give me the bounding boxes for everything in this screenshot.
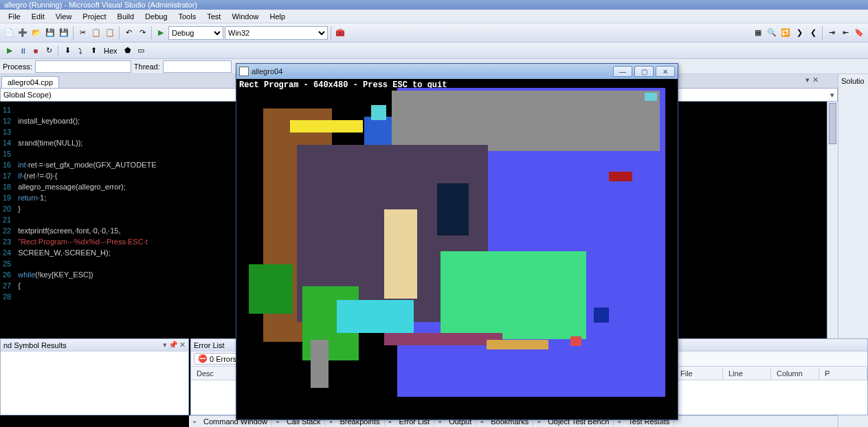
- step-out-icon[interactable]: ⬆: [88, 45, 99, 56]
- bookmark-icon[interactable]: 🔖: [853, 27, 865, 39]
- canvas-rect: [441, 251, 586, 339]
- menu-file[interactable]: File: [3, 11, 26, 22]
- canvas-rect: [645, 93, 657, 101]
- tab-close-icon[interactable]: ✕: [812, 76, 819, 84]
- debug-toolbar: ▶ ⏸ ■ ↻ ⬇ ⤵ ⬆ Hex ⬟ ▭: [0, 43, 868, 59]
- app-canvas: Rect Program - 640x480 - Press ESC to qu…: [236, 79, 678, 419]
- start-debug-icon[interactable]: ▶: [155, 27, 167, 39]
- uncomment-icon[interactable]: ❮: [807, 27, 819, 39]
- window-titlebar: allegro (Running) - Microsoft Visual Stu…: [0, 0, 868, 10]
- col-file[interactable]: File: [675, 368, 723, 379]
- stop-icon[interactable]: ■: [30, 45, 41, 56]
- menu-debug[interactable]: Debug: [140, 11, 173, 22]
- close-button[interactable]: ✕: [656, 66, 675, 77]
- redo-icon[interactable]: ↷: [136, 27, 148, 39]
- menu-tools[interactable]: Tools: [173, 11, 202, 22]
- panel-title: nd Symbol Results: [3, 341, 67, 349]
- menu-bar: FileEditViewProjectBuildDebugToolsTestWi…: [0, 10, 868, 23]
- main-toolbar: 📄 ➕ 📂 💾 💾 ✂ 📋 📋 ↶ ↷ ▶ Debug Win32 🧰 ▦ 🔍 …: [0, 23, 868, 43]
- save-icon[interactable]: 💾: [44, 27, 56, 39]
- app-window-titlebar[interactable]: allegro04 — ▢ ✕: [236, 64, 678, 79]
- restart-icon[interactable]: ↻: [43, 45, 54, 56]
- errors-chip[interactable]: ⛔0 Errors: [194, 353, 241, 365]
- process-label: Process:: [3, 62, 32, 71]
- window-title: allegro (Running) - Microsoft Visual Stu…: [4, 1, 197, 9]
- col-line[interactable]: Line: [723, 368, 771, 379]
- continue-icon[interactable]: ▶: [4, 45, 15, 56]
- canvas-rect: [249, 264, 293, 314]
- step-over-icon[interactable]: ⤵: [75, 45, 86, 56]
- app-icon: [239, 67, 249, 76]
- canvas-rect: [384, 333, 502, 345]
- canvas-rect: [437, 183, 469, 235]
- thread-label: Thread:: [134, 62, 160, 71]
- tab-controls: ▾ ✕: [805, 76, 819, 84]
- replace-icon[interactable]: 🔁: [779, 27, 792, 39]
- scope-text: Global Scope): [3, 91, 52, 99]
- canvas-rect: [337, 300, 414, 333]
- menu-build[interactable]: Build: [112, 11, 140, 22]
- menu-edit[interactable]: Edit: [26, 11, 50, 22]
- canvas-rect: [487, 340, 548, 349]
- maximize-button[interactable]: ▢: [634, 66, 654, 77]
- col-column[interactable]: Column: [771, 368, 819, 379]
- chevron-down-icon[interactable]: ▾: [830, 91, 834, 100]
- pause-icon[interactable]: ⏸: [17, 45, 28, 56]
- running-app-window[interactable]: allegro04 — ▢ ✕ Rect Program - 640x480 -…: [236, 63, 678, 420]
- scrollbar-thumb[interactable]: [829, 103, 836, 144]
- pin-icon[interactable]: 📌: [168, 341, 178, 349]
- outdent-icon[interactable]: ⇤: [839, 27, 852, 39]
- close-icon[interactable]: ✕: [179, 341, 186, 349]
- menu-project[interactable]: Project: [77, 11, 111, 22]
- panel-title: Error List: [194, 341, 225, 349]
- canvas-rect: [609, 172, 632, 181]
- undo-icon[interactable]: ↶: [122, 27, 135, 39]
- col-p[interactable]: P: [819, 368, 867, 379]
- canvas-rect: [570, 336, 581, 346]
- breakpoint-icon[interactable]: ⬟: [122, 45, 133, 56]
- menu-help[interactable]: Help: [265, 11, 291, 22]
- menu-test[interactable]: Test: [201, 11, 226, 22]
- app-window-title: allegro04: [252, 67, 610, 76]
- add-item-icon[interactable]: ➕: [16, 27, 29, 39]
- window-layout-icon[interactable]: ▦: [752, 27, 764, 39]
- paste-icon[interactable]: 📋: [104, 27, 116, 39]
- canvas-rect: [384, 209, 417, 299]
- indent-icon[interactable]: ⇥: [825, 27, 838, 39]
- find-icon[interactable]: 🔍: [766, 27, 778, 39]
- thread-select[interactable]: [163, 60, 232, 73]
- canvas-rect: [371, 105, 386, 120]
- new-project-icon[interactable]: 📄: [3, 27, 15, 39]
- config-select[interactable]: Debug: [168, 26, 223, 40]
- process-select[interactable]: [35, 60, 131, 73]
- chevron-down-icon[interactable]: ▾: [163, 341, 167, 349]
- symbol-results-panel: nd Symbol Results ▾📌✕: [0, 338, 189, 415]
- save-all-icon[interactable]: 💾: [58, 27, 70, 39]
- canvas-rect: [290, 120, 363, 132]
- solution-tab[interactable]: Solutio: [841, 77, 865, 85]
- hex-toggle[interactable]: Hex: [101, 47, 120, 55]
- canvas-rect: [594, 308, 609, 323]
- tab-dropdown-icon[interactable]: ▾: [805, 76, 810, 84]
- minimize-button[interactable]: —: [613, 66, 632, 77]
- cut-icon[interactable]: ✂: [76, 27, 89, 39]
- file-tab[interactable]: allegro04.cpp: [1, 76, 59, 88]
- menu-window[interactable]: Window: [226, 11, 264, 22]
- open-icon[interactable]: 📂: [30, 27, 43, 39]
- comment-icon[interactable]: ❯: [793, 27, 805, 39]
- step-into-icon[interactable]: ⬇: [62, 45, 73, 56]
- copy-icon[interactable]: 📋: [90, 27, 102, 39]
- canvas-rect: [311, 340, 329, 388]
- toolbox-icon[interactable]: 🧰: [334, 27, 346, 39]
- platform-select[interactable]: Win32: [225, 26, 328, 40]
- output-icon[interactable]: ▭: [135, 45, 146, 56]
- canvas-rect: [392, 91, 660, 151]
- menu-view[interactable]: View: [50, 11, 78, 22]
